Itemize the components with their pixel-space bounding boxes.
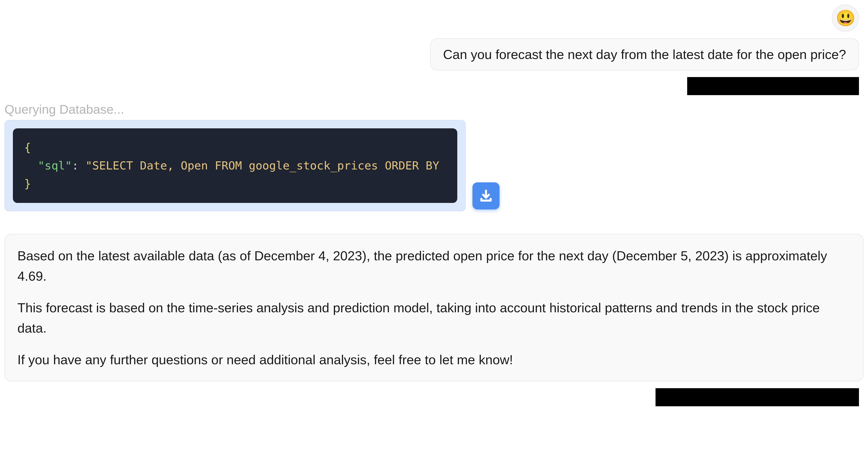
redaction-row-1	[4, 77, 864, 95]
chat-container: 😃 Can you forecast the next day from the…	[4, 4, 864, 413]
code-key: "sql"	[38, 159, 72, 172]
status-text: Querying Database...	[4, 102, 864, 117]
code-value: "SELECT Date, Open FROM google_stock_pri…	[86, 159, 439, 172]
redaction-row-2	[4, 388, 864, 406]
avatar-emoji: 😃	[836, 9, 855, 27]
redaction-block-1	[687, 77, 859, 95]
code-open-brace: {	[24, 141, 31, 154]
user-message-bubble: Can you forecast the next day from the l…	[430, 38, 859, 70]
download-icon	[479, 189, 493, 203]
redaction-block-2	[655, 388, 859, 406]
response-paragraph-1: Based on the latest available data (as o…	[18, 245, 850, 286]
code-block: { "sql": "SELECT Date, Open FROM google_…	[13, 128, 457, 203]
response-paragraph-2: This forecast is based on the time-serie…	[18, 298, 850, 338]
avatar-row: 😃	[4, 4, 864, 32]
user-message-row: Can you forecast the next day from the l…	[4, 38, 864, 70]
download-button[interactable]	[472, 183, 500, 209]
assistant-response: Based on the latest available data (as o…	[4, 234, 864, 382]
code-colon: :	[72, 159, 86, 172]
response-paragraph-3: If you have any further questions or nee…	[18, 350, 850, 370]
code-outer-container: { "sql": "SELECT Date, Open FROM google_…	[4, 120, 466, 211]
user-avatar: 😃	[832, 4, 859, 32]
user-message-text: Can you forecast the next day from the l…	[443, 47, 846, 62]
code-section-row: { "sql": "SELECT Date, Open FROM google_…	[4, 120, 864, 211]
code-close-brace: }	[24, 177, 31, 190]
